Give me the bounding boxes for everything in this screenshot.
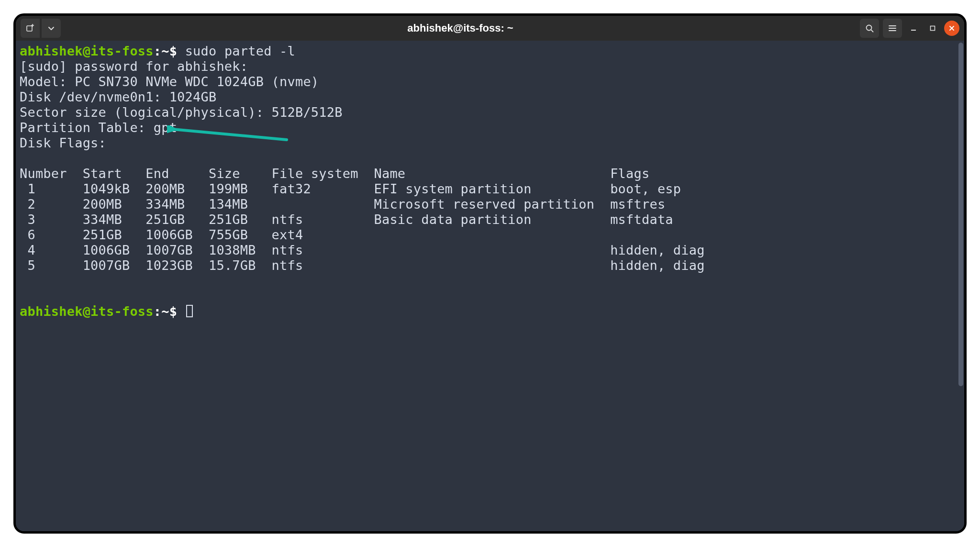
search-button[interactable]	[860, 19, 879, 38]
maximize-icon	[929, 25, 936, 32]
maximize-button[interactable]	[925, 21, 940, 36]
tab-controls	[21, 19, 61, 38]
hamburger-icon	[888, 23, 897, 33]
close-button[interactable]	[944, 21, 959, 36]
partition-table-rows: 1 1049kB 200MB 199MB fat32 EFI system pa…	[20, 181, 960, 273]
part-table-line: Partition Table: gpt	[20, 120, 960, 135]
chevron-down-icon	[47, 24, 56, 33]
scrollbar[interactable]	[958, 43, 963, 386]
titlebar-right	[860, 19, 959, 38]
prompt-line-2: abhishek@its-foss:~$	[20, 304, 960, 319]
partition-row: 5 1007GB 1023GB 15.7GB ntfs hidden, diag	[20, 258, 960, 273]
sector-line: Sector size (logical/physical): 512B/512…	[20, 105, 960, 120]
terminal-window: abhishek@its-foss: ~	[13, 13, 967, 534]
prompt-path: ~	[161, 44, 169, 58]
prompt-user-host: abhishek@its-foss	[20, 44, 154, 58]
cursor	[186, 305, 193, 317]
blank-line-2	[20, 273, 960, 289]
svg-line-4	[871, 30, 873, 32]
partition-row: 6 251GB 1006GB 755GB ext4	[20, 227, 960, 243]
prompt-line-1: abhishek@its-foss:~$ sudo parted -l	[20, 44, 960, 59]
titlebar: abhishek@its-foss: ~	[16, 16, 964, 41]
new-tab-icon	[25, 23, 35, 33]
hamburger-menu-button[interactable]	[883, 19, 902, 38]
terminal-output[interactable]: abhishek@its-foss:~$ sudo parted -l [sud…	[16, 41, 964, 531]
sudo-prompt: [sudo] password for abhishek:	[20, 59, 960, 74]
prompt-sep: :	[154, 44, 161, 58]
terminal-body: abhishek@its-foss:~$ sudo parted -l [sud…	[16, 41, 964, 531]
command-text: sudo parted -l	[185, 44, 295, 58]
partition-row: 1 1049kB 200MB 199MB fat32 EFI system pa…	[20, 181, 960, 197]
disk-line: Disk /dev/nvme0n1: 1024GB	[20, 89, 960, 105]
disk-flags-line: Disk Flags:	[20, 135, 960, 151]
blank-line-3	[20, 289, 960, 304]
minimize-button[interactable]	[906, 21, 921, 36]
close-icon	[948, 25, 955, 32]
search-icon	[865, 23, 874, 33]
partition-row: 4 1006GB 1007GB 1038MB ntfs hidden, diag	[20, 243, 960, 258]
partition-row: 2 200MB 334MB 134MB Microsoft reserved p…	[20, 197, 960, 212]
model-line: Model: PC SN730 NVMe WDC 1024GB (nvme)	[20, 74, 960, 89]
window-title: abhishek@its-foss: ~	[65, 22, 856, 34]
svg-rect-9	[931, 26, 935, 31]
minimize-icon	[910, 25, 917, 32]
prompt-symbol: $	[169, 44, 177, 58]
tab-menu-button[interactable]	[42, 19, 61, 38]
blank-line-1	[20, 151, 960, 166]
partition-table-header: Number Start End Size File system Name F…	[20, 166, 960, 181]
svg-rect-0	[27, 26, 32, 31]
partition-row: 3 334MB 251GB 251GB ntfs Basic data part…	[20, 212, 960, 227]
new-tab-button[interactable]	[21, 19, 40, 38]
